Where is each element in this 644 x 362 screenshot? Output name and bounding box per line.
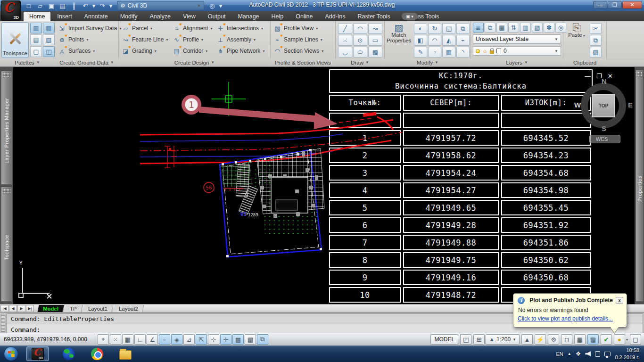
transparency-toggle[interactable]: ▩ — [232, 334, 244, 345]
curve-tool-button[interactable]: ◝ — [456, 47, 470, 58]
move-tool-button[interactable]: ◐ — [414, 23, 427, 34]
autoscale-icon[interactable]: ⚡ — [535, 334, 546, 345]
alignment-button[interactable]: ≈ Alignment▾ — [172, 23, 213, 34]
ribbon-tab[interactable]: Manage — [232, 12, 264, 21]
viewcube-north[interactable]: N — [602, 77, 607, 85]
ortho-toggle[interactable]: ∟ — [134, 334, 146, 345]
redo-icon[interactable]: ↷ — [97, 1, 107, 10]
arc-tool-button[interactable]: ◠ — [353, 23, 367, 34]
copy-tool-button[interactable]: ◧ — [414, 35, 427, 46]
ribbon-tab[interactable]: View — [177, 12, 201, 21]
plot-details-icon[interactable]: ▤ — [587, 334, 599, 345]
points-button[interactable]: ⊕ Points▾ — [57, 34, 122, 45]
layout-tab[interactable]: TP — [65, 305, 83, 312]
layer-lock-button[interactable]: ▧ — [532, 23, 543, 33]
break-tool-button[interactable]: ⌁ — [456, 35, 470, 46]
cut-button[interactable]: ✂ — [590, 23, 602, 34]
close-button[interactable]: ✕ — [622, 1, 642, 9]
layer-freeze-button[interactable]: ▥ — [520, 23, 531, 33]
selection-cycling-toggle[interactable]: ⧉ — [257, 334, 268, 345]
settings-toolspace-button[interactable]: ▦ — [43, 23, 55, 33]
language-indicator[interactable]: EN — [556, 351, 563, 357]
search-dropdown-icon[interactable]: ▾ — [218, 1, 223, 10]
ribbon-tab[interactable]: Raster Tools — [352, 12, 396, 21]
paste-special-button[interactable]: ▨ — [590, 47, 602, 58]
isolate-objects-icon[interactable]: ● — [614, 334, 625, 345]
sample-lines-button[interactable]: ⌁ Sample Lines▾ — [272, 34, 324, 45]
event-viewer-button[interactable]: ◫ — [43, 46, 55, 57]
pline-tool-button[interactable]: ↝ — [368, 23, 382, 34]
ribbon-tab[interactable]: Analyze — [144, 12, 176, 21]
surfaces-button[interactable]: ◬ Surfaces▾ — [57, 45, 122, 57]
palette-grip[interactable] — [3, 73, 10, 77]
viewcube-west[interactable]: W — [574, 101, 581, 109]
viewcube-south[interactable]: S — [602, 124, 606, 132]
ribbon-tab[interactable]: Annotate — [79, 12, 114, 21]
model-space-button[interactable]: MODEL — [430, 334, 458, 345]
viewcube-top-face[interactable]: TOP — [592, 94, 615, 117]
viewcube-east[interactable]: E — [628, 101, 633, 109]
grading-button[interactable]: ◪ Grading▾ — [121, 45, 169, 57]
plot-icon[interactable]: ▤ — [58, 1, 68, 10]
import-survey-data-button[interactable]: ⇲ Import Survey Data▾ — [57, 23, 122, 34]
minimize-button[interactable]: — — [593, 1, 607, 9]
notification-details-link[interactable]: Click to view plot and publish details..… — [518, 315, 622, 322]
clean-screen-icon[interactable]: ▢ — [630, 334, 641, 345]
object-snap-toggle[interactable]: ▫ — [159, 334, 170, 345]
trim-tool-button[interactable]: ◱ — [442, 23, 455, 34]
notification-close-icon[interactable]: x — [616, 297, 623, 304]
dynamic-input-toggle[interactable]: ⊹ — [208, 334, 219, 345]
ellipse-tool-button[interactable]: ⬭ — [353, 47, 367, 58]
hardware-acceleration-icon[interactable]: ▦ — [574, 334, 586, 345]
layout-tab[interactable]: Model — [37, 305, 64, 312]
toolspace-palette-bar[interactable]: Toolspace — [1, 187, 12, 302]
taskbar-autocad-button[interactable]: C3D — [26, 346, 49, 361]
overlap-tool-button[interactable]: ⧉ — [456, 23, 470, 34]
snap-toggle[interactable]: ⁙ — [110, 334, 121, 345]
drawing-viewport[interactable]: КС:1970г. Височинна система:Балтийска То… — [13, 67, 635, 304]
properties-palette-bar[interactable]: Properties — [636, 70, 644, 302]
save-file-icon[interactable]: ▣ — [46, 1, 57, 10]
layer-state-dropdown[interactable]: Unsaved Layer State▼ — [473, 34, 561, 44]
mirror-tool-button[interactable]: ◭ — [442, 35, 455, 46]
last-tab-icon[interactable]: ▶| — [26, 305, 34, 312]
ribbon-tab[interactable]: Online — [290, 12, 318, 21]
ribbon-tab[interactable]: Home — [24, 12, 50, 21]
paste-button[interactable]: ⎘ Paste ▾ — [566, 24, 587, 38]
taskbar-globe-button[interactable] — [58, 346, 80, 361]
undo-icon[interactable]: ↶ — [80, 1, 91, 10]
rotate-tool-button[interactable]: ↻ — [428, 23, 441, 34]
pause-icon[interactable]: ║ — [69, 1, 79, 10]
ribbon-tab[interactable]: Modify — [115, 12, 143, 21]
palette-grip[interactable] — [637, 72, 643, 76]
profile-button[interactable]: ∿ Profile▾ — [172, 34, 213, 45]
infer-constraints-toggle[interactable]: ⌖ — [98, 334, 109, 345]
fillet-tool-button[interactable]: ◠ — [428, 35, 441, 46]
toolbar-lock-icon[interactable]: ⊓ — [561, 334, 572, 345]
3d-object-snap-toggle[interactable]: ◈ — [171, 334, 182, 345]
match-properties-button[interactable]: ▨ Match Properties — [387, 24, 411, 43]
plot-complete-icon[interactable]: ✔ — [601, 334, 612, 345]
layer-delete-button[interactable]: ✽ — [544, 23, 554, 33]
ribbon-tab[interactable]: Add-Ins — [319, 12, 351, 21]
redo-dropdown-icon[interactable]: ▾ — [108, 1, 113, 10]
intersections-button[interactable]: ✛ Intersections▾ — [215, 23, 265, 34]
command-window-grip[interactable] — [1, 314, 5, 332]
lineweight-toggle[interactable]: ✛ — [220, 334, 231, 345]
next-tab-icon[interactable]: ▶ — [17, 305, 25, 312]
copy-clip-button[interactable]: ⧉ — [590, 35, 602, 46]
status-menu-icon[interactable]: ▾ — [626, 337, 628, 342]
explode-tool-button[interactable]: ▫ — [428, 47, 441, 58]
application-menu-button[interactable]: C 3D — [1, 0, 21, 21]
hatch-tool-button[interactable]: ▩ — [368, 47, 382, 58]
layer-properties-manager-palette-bar[interactable]: Layer Properties Manager — [1, 71, 12, 185]
network-icon[interactable] — [604, 352, 611, 356]
panorama-button[interactable]: ▢ — [30, 46, 42, 57]
assembly-button[interactable]: ⊥ Assembly▾ — [215, 34, 265, 45]
volume-icon[interactable] — [585, 351, 591, 356]
quick-properties-toggle[interactable]: ▤ — [245, 334, 256, 345]
layer-states-button[interactable]: ⧉ — [485, 23, 495, 33]
tray-expand-icon[interactable]: ▲ — [568, 352, 571, 356]
polar-tracking-toggle[interactable]: ∠ — [147, 334, 158, 345]
layout-quickview-icon[interactable]: ◰ — [460, 334, 471, 345]
